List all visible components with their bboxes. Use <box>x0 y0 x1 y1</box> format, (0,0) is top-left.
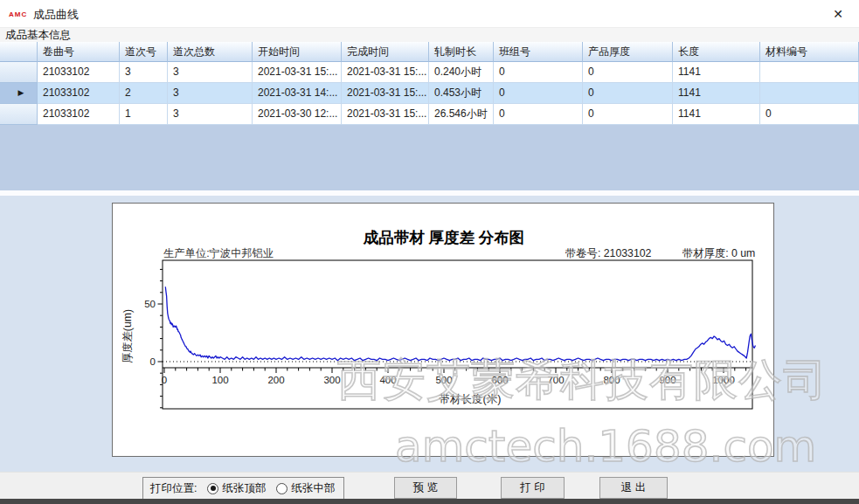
column-header[interactable]: 道次总数 <box>168 42 253 62</box>
column-header[interactable]: 材料编号 <box>760 42 859 62</box>
cell[interactable]: 1 <box>120 104 168 125</box>
separator-band <box>0 190 859 196</box>
cell[interactable]: 0.240小时 <box>429 62 494 83</box>
svg-text:900: 900 <box>659 375 675 385</box>
cell[interactable]: 3 <box>168 104 253 125</box>
column-header[interactable]: 卷曲号 <box>38 42 120 62</box>
cell[interactable]: 0 <box>583 83 673 104</box>
svg-text:600: 600 <box>491 375 508 385</box>
close-icon[interactable]: ✕ <box>826 4 850 24</box>
column-header[interactable]: 班组号 <box>494 42 583 62</box>
cell[interactable] <box>760 62 859 83</box>
cell[interactable]: 21033102 <box>38 83 120 104</box>
radio-label: 纸张顶部 <box>222 481 266 496</box>
svg-text:带材长度(米): 带材长度(米) <box>440 393 502 405</box>
preview-button[interactable]: 预 览 <box>394 477 457 499</box>
svg-text:50: 50 <box>144 299 156 309</box>
cell[interactable]: 26.546小时 <box>429 104 494 125</box>
cell[interactable]: 21033102 <box>38 62 120 83</box>
svg-text:0: 0 <box>150 356 156 367</box>
row-header[interactable] <box>0 62 38 83</box>
svg-text:500: 500 <box>435 375 452 385</box>
cell[interactable]: 21033102 <box>38 104 120 125</box>
title-bar: AMC 成品曲线 ✕ <box>0 0 859 28</box>
radio-icon[interactable] <box>276 483 287 494</box>
cell[interactable]: 1141 <box>673 104 760 125</box>
table-row[interactable]: 21033102332021-03-31 15:...2021-03-31 15… <box>0 62 859 83</box>
cell[interactable]: 0 <box>494 62 583 83</box>
app-logo-icon: AMC <box>9 10 27 18</box>
svg-text:300: 300 <box>323 375 340 385</box>
radio-icon[interactable] <box>207 483 218 494</box>
print-position-group: 打印位置: 纸张顶部纸张中部 <box>142 477 344 500</box>
cell[interactable]: 2021-03-31 15:... <box>342 104 429 125</box>
svg-text:带卷号: 21033102: 带卷号: 21033102 <box>565 247 652 259</box>
radio-paper-middle[interactable]: 纸张中部 <box>276 481 335 496</box>
svg-text:1000: 1000 <box>712 375 735 385</box>
column-header[interactable]: 道次号 <box>120 42 168 62</box>
thickness-chart: 成品带材 厚度差 分布图生产单位:宁波中邦铝业带卷号: 21033102带材厚度… <box>113 204 773 456</box>
selected-row-arrow-icon: ▶ <box>18 83 24 103</box>
cell[interactable]: 2021-03-30 12:... <box>253 104 342 125</box>
cell[interactable]: 0 <box>494 104 583 125</box>
svg-text:100: 100 <box>211 375 228 385</box>
svg-text:0: 0 <box>162 375 167 385</box>
svg-text:200: 200 <box>267 375 284 385</box>
cell[interactable]: 0 <box>760 104 859 125</box>
svg-text:带材厚度: 0 um: 带材厚度: 0 um <box>682 247 755 259</box>
cell[interactable]: 0 <box>494 83 583 104</box>
cell[interactable]: 3 <box>168 83 253 104</box>
svg-text:800: 800 <box>603 375 620 385</box>
cell[interactable]: 0.453小时 <box>429 83 494 104</box>
column-header[interactable]: 产品厚度 <box>583 42 673 62</box>
print-button[interactable]: 打 印 <box>501 477 565 499</box>
radio-paper-top[interactable]: 纸张顶部 <box>207 481 266 496</box>
cell[interactable]: 2021-03-31 15:... <box>342 62 429 83</box>
thickness-curve <box>165 287 755 361</box>
print-position-label: 打印位置: <box>150 481 197 496</box>
cell[interactable] <box>760 83 859 104</box>
menu-bar: 成品基本信息 <box>0 28 859 42</box>
data-grid[interactable]: 卷曲号道次号道次总数开始时间完成时间轧制时长班组号产品厚度长度材料编号21033… <box>0 42 859 190</box>
cell[interactable]: 0 <box>583 104 673 125</box>
cell[interactable]: 2021-03-31 14:... <box>253 83 342 104</box>
cell[interactable]: 1141 <box>673 83 760 104</box>
exit-button[interactable]: 退 出 <box>599 477 668 499</box>
cell[interactable]: 0 <box>583 62 673 83</box>
cell[interactable]: 2021-03-31 15:... <box>342 83 429 104</box>
cell[interactable]: 3 <box>168 62 253 83</box>
column-header[interactable]: 开始时间 <box>253 42 342 62</box>
row-header[interactable]: ▶ <box>0 83 38 104</box>
column-header[interactable]: 长度 <box>673 42 760 62</box>
svg-text:厚度差(um): 厚度差(um) <box>121 309 134 363</box>
footer-bar: 打印位置: 纸张顶部纸张中部 预 览打 印退 出 <box>0 472 859 499</box>
svg-text:700: 700 <box>547 375 564 385</box>
column-header[interactable]: 轧制时长 <box>429 42 494 62</box>
table-row[interactable]: 21033102132021-03-30 12:...2021-03-31 15… <box>0 104 859 125</box>
window-title: 成品曲线 <box>33 7 79 23</box>
table-row[interactable]: ▶21033102232021-03-31 14:...2021-03-31 1… <box>0 83 859 104</box>
cell[interactable]: 1141 <box>673 62 760 83</box>
chart-panel: 成品带材 厚度差 分布图生产单位:宁波中邦铝业带卷号: 21033102带材厚度… <box>112 203 774 457</box>
cell[interactable]: 2 <box>120 83 168 104</box>
svg-text:400: 400 <box>379 375 396 385</box>
svg-text:成品带材 厚度差 分布图: 成品带材 厚度差 分布图 <box>363 229 525 246</box>
column-header[interactable]: 完成时间 <box>342 42 429 62</box>
cell[interactable]: 3 <box>120 62 168 83</box>
grid-corner <box>0 42 38 62</box>
row-header[interactable] <box>0 104 38 125</box>
svg-text:生产单位:宁波中邦铝业: 生产单位:宁波中邦铝业 <box>163 247 274 259</box>
bottom-strip <box>0 499 859 504</box>
group-label-basic-info: 成品基本信息 <box>5 28 71 42</box>
radio-label: 纸张中部 <box>291 481 335 496</box>
cell[interactable]: 2021-03-31 15:... <box>253 62 342 83</box>
